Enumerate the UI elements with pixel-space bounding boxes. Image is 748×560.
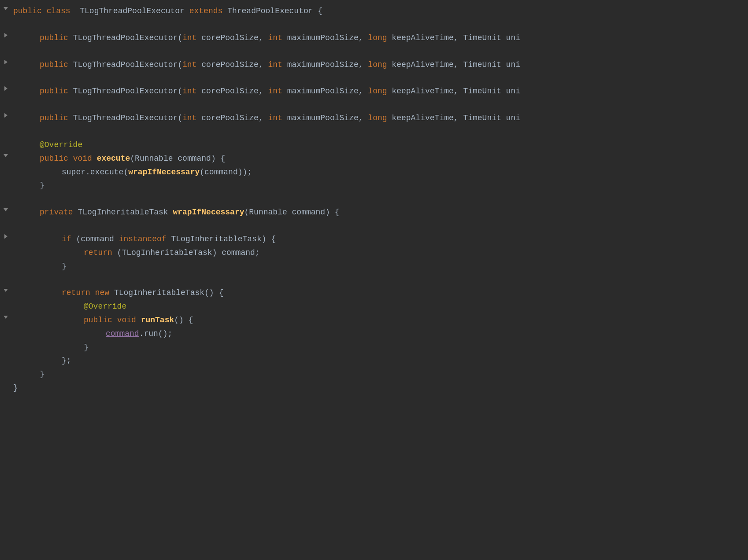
fold-arrow-22[interactable] (2, 287, 9, 294)
fold-arrow-18[interactable] (2, 233, 9, 240)
gutter-18 (0, 233, 13, 240)
line-9: public TLogThreadPoolExecutor(int corePo… (0, 111, 748, 125)
kw-int-3b: int (268, 33, 282, 42)
code-editor: public class TLogThreadPoolExecutor exte… (0, 0, 748, 560)
code-line-25-content: command.run(); (13, 328, 748, 340)
keyword-return-1: return (84, 248, 112, 257)
code-line-27-content: }; (13, 354, 748, 367)
keyword-if: if (62, 235, 71, 243)
line-29: } (0, 381, 748, 395)
code-line-9-content: public TLogThreadPoolExecutor(int corePo… (13, 112, 748, 125)
method-run-task: runTask (141, 316, 174, 324)
line-10 (0, 125, 748, 138)
kw-int-9: int (182, 114, 196, 122)
class-name: TLogThreadPoolExecutor (75, 7, 189, 15)
keyword-public-5: public (40, 60, 68, 69)
code-line-24-content: public void runTask() { (13, 314, 748, 327)
code-line-7-content: public TLogThreadPoolExecutor(int corePo… (13, 85, 748, 98)
keyword-public-7: public (40, 87, 68, 96)
code-line-18-content: if (command instanceof TLogInheritableTa… (13, 233, 748, 246)
code-line-29-content: } (13, 382, 748, 394)
kw-int-5b: int (268, 60, 282, 69)
line-4 (0, 45, 748, 58)
code-line-12-content: public void execute(Runnable command) { (13, 152, 748, 165)
gutter-3 (0, 32, 13, 39)
fold-arrow-9[interactable] (2, 112, 9, 119)
line-12: public void execute(Runnable command) { (0, 152, 748, 166)
method-wrap-if-necessary: wrapIfNecessary (173, 208, 244, 217)
kw-long-7: long (368, 87, 387, 96)
line-11: @Override (0, 138, 748, 152)
fold-arrow-7[interactable] (2, 85, 9, 92)
gutter-9 (0, 112, 13, 119)
line-16: private TLogInheritableTask wrapIfNecess… (0, 206, 748, 219)
line-2 (0, 18, 748, 31)
var-command: command (106, 329, 139, 338)
line-13: super.execute(wrapIfNecessary(command)); (0, 166, 748, 179)
kw-int-7b: int (268, 87, 282, 96)
keyword-class: class (47, 7, 70, 15)
keyword-public-24: public (84, 316, 112, 324)
annotation-override2: @Override (84, 302, 126, 311)
kw-long-3: long (368, 33, 387, 42)
line-23: @Override (0, 300, 748, 313)
method-wrap-1: wrapIfNecessary (128, 168, 200, 177)
code-line-1-content: public class TLogThreadPoolExecutor exte… (13, 5, 748, 18)
code-line-22-content: return new TLogInheritableTask() { (13, 287, 748, 299)
line-18: if (command instanceof TLogInheritableTa… (0, 232, 748, 246)
keyword-public-12: public (40, 154, 68, 163)
fold-arrow-5[interactable] (2, 59, 9, 66)
line-27: }; (0, 354, 748, 368)
fold-arrow-12[interactable] (2, 152, 9, 159)
method-execute: execute (97, 154, 130, 163)
code-line-23-content: @Override (13, 300, 748, 313)
kw-int-3: int (182, 33, 196, 42)
line-20: } (0, 260, 748, 273)
kw-int-7: int (182, 87, 196, 96)
line-5: public TLogThreadPoolExecutor(int corePo… (0, 58, 748, 72)
gutter-12 (0, 152, 13, 159)
line-17 (0, 219, 748, 232)
code-line-26-content: } (13, 341, 748, 354)
line-22: return new TLogInheritableTask() { (0, 286, 748, 300)
keyword-void-24: void (117, 316, 136, 324)
line-8 (0, 98, 748, 111)
line-15 (0, 192, 748, 206)
fold-arrow-1[interactable] (2, 5, 9, 12)
line-25: command.run(); (0, 327, 748, 341)
code-line-5-content: public TLogThreadPoolExecutor(int corePo… (13, 59, 748, 71)
code-line-19-content: return (TLogInheritableTask) command; (13, 247, 748, 259)
code-line-13-content: super.execute(wrapIfNecessary(command)); (13, 166, 748, 179)
keyword-public-9: public (40, 114, 68, 122)
fold-arrow-16[interactable] (2, 206, 9, 213)
keyword-private-16: private (40, 208, 73, 217)
line-6 (0, 71, 748, 85)
fold-arrow-24[interactable] (2, 314, 9, 321)
line-28: } (0, 368, 748, 381)
fold-arrow-3[interactable] (2, 32, 9, 39)
gutter-7 (0, 85, 13, 92)
code-line-14-content: } (13, 179, 748, 192)
line-26: } (0, 341, 748, 354)
keyword-void-12: void (73, 154, 92, 163)
gutter-22 (0, 287, 13, 294)
code-line-20-content: } (13, 260, 748, 273)
line-19: return (TLogInheritableTask) command; (0, 246, 748, 260)
code-line-28-content: } (13, 368, 748, 381)
kw-long-5: long (368, 60, 387, 69)
line-3: public TLogThreadPoolExecutor(int corePo… (0, 31, 748, 45)
gutter-24 (0, 314, 13, 321)
keyword-extends: extends (189, 7, 223, 15)
code-line-3-content: public TLogThreadPoolExecutor(int corePo… (13, 32, 748, 44)
line-7: public TLogThreadPoolExecutor(int corePo… (0, 85, 748, 98)
gutter-1 (0, 5, 13, 12)
code-line-11-content: @Override (13, 139, 748, 151)
line-24: public void runTask() { (0, 313, 748, 327)
kw-int-5: int (182, 60, 196, 69)
annotation-override: @Override (40, 140, 82, 149)
keyword-instanceof: instanceof (119, 235, 167, 243)
code-line-16-content: private TLogInheritableTask wrapIfNecess… (13, 206, 748, 219)
kw-int-9b: int (268, 114, 282, 122)
line-14: } (0, 179, 748, 192)
keyword-return-2: return (62, 288, 90, 297)
